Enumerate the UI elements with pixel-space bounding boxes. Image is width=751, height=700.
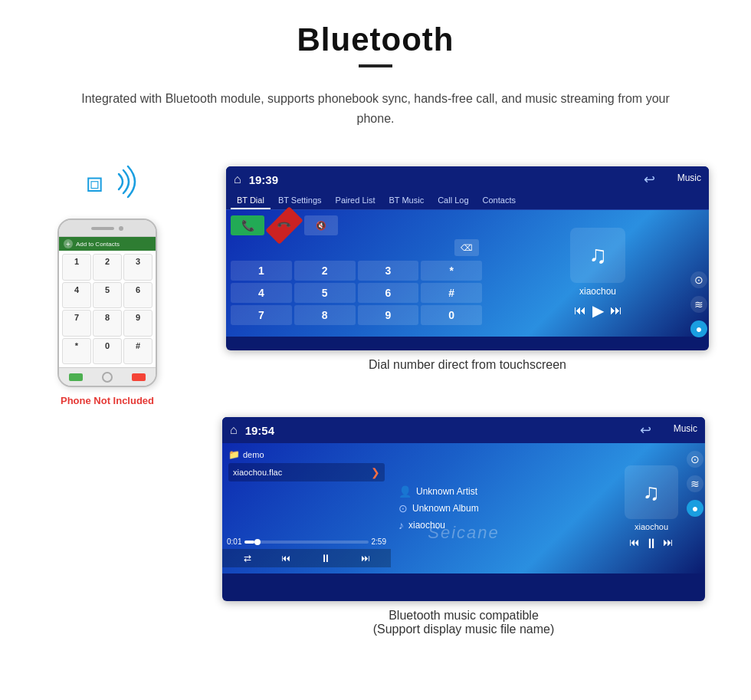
ms-home-icon[interactable]: ⌂ xyxy=(230,423,238,437)
cs-key-9[interactable]: 9 xyxy=(358,305,419,325)
cs-key-5[interactable]: 5 xyxy=(294,283,356,303)
ms-next-btn[interactable]: ⏭ xyxy=(361,553,370,564)
bluetooth-icon: ⧈ xyxy=(86,166,103,199)
tab-bt-dial[interactable]: BT Dial xyxy=(231,192,271,209)
cs-delete-button[interactable]: ⌫ xyxy=(454,239,479,256)
main-content: ⧈ + Add to Contacts xyxy=(0,136,751,644)
music-screen: ⌂ 19:54 ↩ Music 📁 demo xiaochou.flac xyxy=(222,417,705,601)
ms-side-icon-2[interactable]: ≋ xyxy=(687,475,703,492)
dial-key-8[interactable]: 8 xyxy=(93,310,122,337)
ms-time: 19:54 xyxy=(245,424,274,437)
ms-music-icon: ♪ xyxy=(398,519,404,531)
screen2-caption: Bluetooth music compatible (Support disp… xyxy=(373,609,555,636)
tab-bt-settings[interactable]: BT Settings xyxy=(272,192,328,209)
ms-play-btn[interactable]: ⏸ xyxy=(320,552,331,564)
cs-back-icon[interactable]: ↩ xyxy=(644,171,655,188)
ms-ctrl-row: ⏮ ⏸ ⏭ xyxy=(629,536,674,552)
ms-topbar: ⌂ 19:54 ↩ xyxy=(222,417,705,443)
dial-key-4[interactable]: 4 xyxy=(62,282,91,309)
ms-file-row[interactable]: xiaochou.flac ❯ xyxy=(228,463,385,481)
cs-play-btn[interactable]: ▶ xyxy=(592,301,604,320)
cs-right-panel: ♫ xiaochou ⏮ ▶ ⏭ xyxy=(487,210,709,337)
cs-call-button[interactable]: 📞 xyxy=(231,215,264,235)
cs-home-icon[interactable]: ⌂ xyxy=(234,173,241,186)
tab-contacts[interactable]: Contacts xyxy=(477,192,522,209)
ms-folder-name: demo xyxy=(243,450,264,459)
phone-call-btn[interactable] xyxy=(69,373,83,381)
cs-key-1[interactable]: 1 xyxy=(231,261,292,281)
ms-prev-ctrl[interactable]: ⏮ xyxy=(629,536,640,552)
page-subtitle: Integrated with Bluetooth module, suppor… xyxy=(0,75,751,136)
cs-key-star[interactable]: * xyxy=(421,261,482,281)
page-title: Bluetooth xyxy=(0,21,751,58)
page-header: Bluetooth xyxy=(0,0,751,75)
cs-side-icon-1[interactable]: ⊙ xyxy=(690,271,707,288)
cs-prev-btn[interactable]: ⏮ xyxy=(574,304,586,317)
signal-waves xyxy=(103,160,138,202)
dial-key-3[interactable]: 3 xyxy=(123,254,152,281)
tab-paired-list[interactable]: Paired List xyxy=(330,192,382,209)
cs-side-icon-3[interactable]: ● xyxy=(690,320,707,337)
dial-key-9[interactable]: 9 xyxy=(123,310,152,337)
tab-bt-music[interactable]: BT Music xyxy=(383,192,431,209)
cs-key-0[interactable]: 0 xyxy=(421,305,482,325)
cs-key-7[interactable]: 7 xyxy=(231,305,292,325)
dial-key-6[interactable]: 6 xyxy=(123,282,152,309)
cs-key-2[interactable]: 2 xyxy=(294,261,356,281)
bt-icon-wrapper: ⧈ xyxy=(77,159,138,212)
ms-center-panel: 👤 Unknown Artist ⊙ Unknown Album ♪ xiaoc… xyxy=(391,443,598,573)
ms-prev-btn[interactable]: ⏮ xyxy=(281,553,290,564)
ms-shuffle-icons: ⇄ ⏮ ⏸ ⏭ xyxy=(222,549,391,567)
ms-folder-label: 📁 demo xyxy=(228,449,385,460)
ms-side-icon-3[interactable]: ● xyxy=(687,500,703,517)
cs-key-8[interactable]: 8 xyxy=(294,305,356,325)
ms-arrow-icon: ❯ xyxy=(371,466,380,478)
ms-body: 📁 demo xiaochou.flac ❯ 0:01 xyxy=(222,443,705,573)
dial-key-2[interactable]: 2 xyxy=(93,254,122,281)
phone-home-btn[interactable] xyxy=(102,372,113,383)
ms-next-ctrl[interactable]: ⏭ xyxy=(663,536,674,552)
ms-music-label: Music xyxy=(674,423,697,434)
phone-screen: + Add to Contacts 1 2 3 4 5 6 7 8 9 * xyxy=(59,237,156,367)
cs-music-label: Music xyxy=(677,173,701,183)
second-feature-row: ⌂ 19:54 ↩ Music 📁 demo xiaochou.flac xyxy=(23,417,728,636)
ms-person-icon: 👤 xyxy=(398,485,412,498)
ms-artist: Unknown Artist xyxy=(416,486,477,497)
cs-left-panel: 📞 📞 🔇 ⌫ 1 2 3 * 4 xyxy=(226,210,487,337)
phone-end-btn[interactable] xyxy=(132,373,146,381)
phone-not-included: Phone Not Included xyxy=(61,395,154,406)
cs-mute-button[interactable]: 🔇 xyxy=(304,215,338,235)
dial-key-hash[interactable]: # xyxy=(123,338,152,365)
cs-key-3[interactable]: 3 xyxy=(358,261,419,281)
phone-camera xyxy=(119,226,123,231)
feature-row-1: ⧈ + Add to Contacts xyxy=(23,136,728,406)
dial-key-1[interactable]: 1 xyxy=(62,254,91,281)
cs-next-btn[interactable]: ⏭ xyxy=(610,304,622,317)
ms-play-ctrl[interactable]: ⏸ xyxy=(644,536,658,552)
cs-key-6[interactable]: 6 xyxy=(358,283,419,303)
ms-folder-icon: 📁 xyxy=(228,449,240,460)
ms-back-icon[interactable]: ↩ xyxy=(640,422,651,439)
ms-shuffle-btn[interactable]: ⇄ xyxy=(244,553,251,564)
ms-album-art: ♫ xyxy=(625,465,678,519)
ms-progress-bar xyxy=(244,541,368,544)
cs-topbar: ⌂ 19:39 ↩ xyxy=(226,166,709,192)
cs-side-icon-2[interactable]: ≋ xyxy=(690,296,707,313)
dial-key-star[interactable]: * xyxy=(62,338,91,365)
cs-tabs: BT Dial BT Settings Paired List BT Music… xyxy=(226,192,709,210)
screen1-caption: Dial number direct from touchscreen xyxy=(369,358,566,372)
ms-side-icon-1[interactable]: ⊙ xyxy=(687,451,703,468)
tab-call-log[interactable]: Call Log xyxy=(431,192,474,209)
cs-time: 19:39 xyxy=(249,173,278,186)
dial-key-7[interactable]: 7 xyxy=(62,310,91,337)
ms-clock-icon: ⊙ xyxy=(398,502,408,514)
ms-song-name: xiaochou xyxy=(635,522,668,531)
screen-section-1: ⌂ 19:39 ↩ Music BT Dial BT Settings Pair… xyxy=(192,136,728,372)
dial-key-0[interactable]: 0 xyxy=(93,338,122,365)
dial-key-5[interactable]: 5 xyxy=(93,282,122,309)
cs-song-name: xiaochou xyxy=(579,286,616,297)
phone-bottom-bar xyxy=(59,367,156,386)
ms-progress-fill xyxy=(244,541,254,544)
cs-key-hash[interactable]: # xyxy=(421,283,482,303)
cs-key-4[interactable]: 4 xyxy=(231,283,292,303)
